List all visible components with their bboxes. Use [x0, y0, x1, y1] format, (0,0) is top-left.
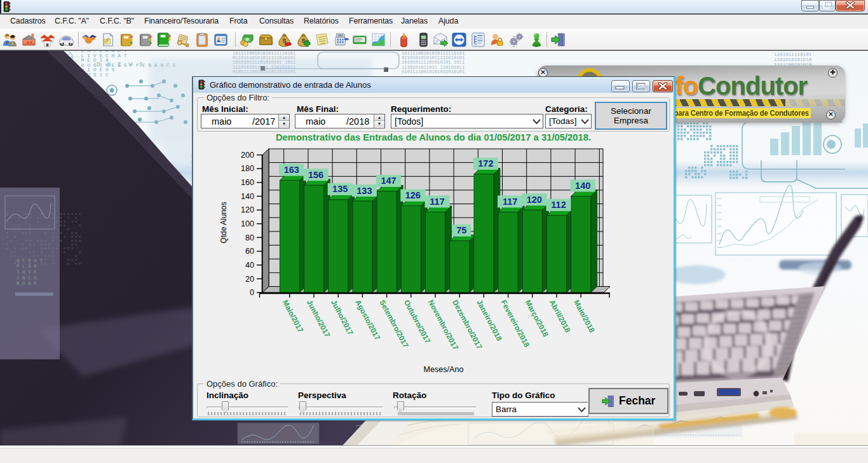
svg-text:D N E W S: D N E W S [97, 62, 145, 68]
svg-text:172: 172 [478, 158, 493, 169]
svg-text:Qtde Alunos: Qtde Alunos [219, 202, 228, 243]
svg-text:156: 156 [308, 170, 323, 180]
svg-text:1101010101010: 1101010101010 [774, 57, 812, 62]
svg-text:100: 100 [241, 219, 254, 228]
svg-text:Agosto/2017: Agosto/2017 [354, 298, 382, 341]
svg-text:80: 80 [245, 233, 254, 242]
svg-text:101010111101010101 1011: 101010111101010101 1011 [402, 60, 465, 65]
svg-text:163: 163 [284, 165, 299, 175]
svg-text:1201011110101: 1201011110101 [774, 52, 812, 57]
svg-text:Janeiro/2018: Janeiro/2018 [475, 298, 504, 342]
svg-text:140: 140 [575, 181, 590, 191]
svg-text:140: 140 [241, 192, 254, 201]
svg-text:60: 60 [245, 247, 254, 256]
svg-text:133: 133 [356, 186, 372, 196]
svg-text:Março/2018: Março/2018 [524, 298, 551, 338]
svg-text:117: 117 [430, 197, 444, 207]
svg-text:P L A N: P L A N [17, 264, 37, 269]
svg-text:Junho/2017: Junho/2017 [306, 298, 332, 338]
svg-text:01011110010101011010101: 01011110010101011010101 [402, 69, 465, 74]
svg-text:Julho/2017: Julho/2017 [330, 298, 355, 336]
svg-text:180: 180 [241, 164, 254, 173]
svg-text:S T R A T: S T R A T [17, 258, 43, 263]
svg-text:I N C O: I N C O [17, 275, 37, 280]
svg-text:40: 40 [245, 261, 254, 270]
svg-text:126: 126 [405, 190, 421, 200]
svg-text:160: 160 [241, 178, 254, 187]
svg-text:112: 112 [551, 200, 566, 210]
svg-text:147: 147 [381, 176, 396, 186]
svg-text:Abril/2018: Abril/2018 [548, 298, 573, 334]
svg-text:Maio/2017: Maio/2017 [281, 298, 306, 333]
svg-text:135: 135 [332, 184, 348, 194]
svg-text:M O N E: M O N E [17, 281, 37, 286]
svg-text:Maio/2018: Maio/2018 [573, 298, 597, 334]
svg-text:0: 0 [250, 288, 254, 297]
svg-text:Meses/Ano: Meses/Ano [424, 365, 464, 374]
svg-text:20: 20 [245, 275, 254, 284]
svg-text:200: 200 [241, 151, 254, 160]
svg-text:75: 75 [456, 225, 466, 235]
svg-text:120: 120 [527, 195, 542, 205]
svg-text:120: 120 [241, 205, 254, 214]
svg-text:117: 117 [503, 197, 517, 207]
svg-text:I N V E: I N V E [17, 270, 37, 275]
